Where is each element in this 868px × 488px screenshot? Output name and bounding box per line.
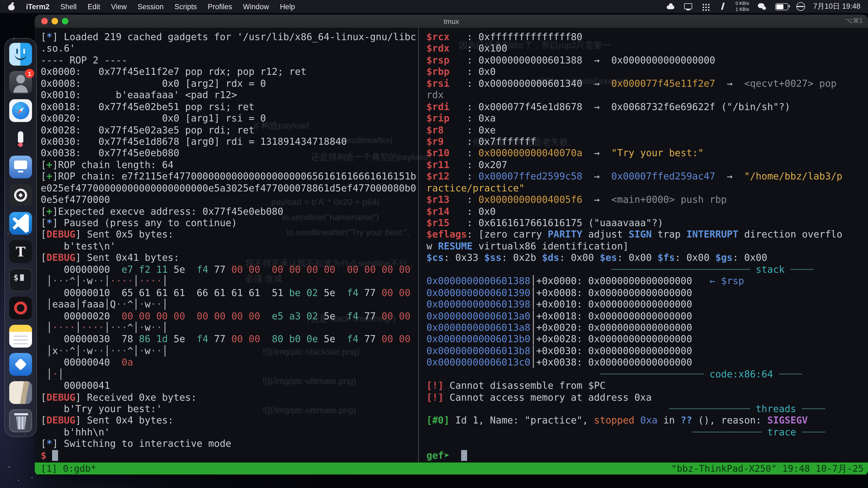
terminal-line: 0x0030: 0x77f45e1d8678 [arg0] rdi = 1318… <box>41 136 419 148</box>
terminal-line: 0x0000: 0x77f45e11f2e7 pop rdx; pop r12;… <box>41 66 419 78</box>
notification-badge: 1 <box>25 69 34 78</box>
traffic-lights <box>41 18 68 24</box>
terminal-line: [+]ROP chain length: 64 <box>41 159 419 171</box>
terminal-line: 00000030 78 86 1d 5e f4 77 00 00 80 b0 0… <box>41 334 419 346</box>
window-bottom-edge <box>35 475 868 476</box>
terminal-line: $r8 : 0xe <box>426 124 855 136</box>
terminal-line: [!] Cannot disassemble from $PC <box>426 380 855 392</box>
terminal-line: 00000020 00 00 00 00 00 00 00 00 e5 a3 0… <box>41 311 419 322</box>
terminal-line: [DEBUG] Sent 0x4 bytes: <box>41 415 419 427</box>
iterm-window: tmux ⌥⌘1 因为已经拿到libc了，所以rop2只需要一all(libc.… <box>35 14 868 476</box>
terminal-line: $eflags: [zero carry PARITY adjust SIGN … <box>426 229 855 241</box>
terminal-line: 0x00000000006013b0│+0x0028: 0x0000000000… <box>426 334 855 346</box>
dock-item-screen-app[interactable] <box>9 156 32 178</box>
dock-item-gray-app[interactable]: 1 <box>9 71 32 94</box>
menu-item-edit[interactable]: Edit <box>88 2 100 10</box>
terminal-line: $r12 : 0x00007ffed2599c58 → 0x00007ffed2… <box>426 171 855 183</box>
dock-item-chatgpt[interactable] <box>9 184 32 206</box>
terminal-line: 00000040 0a <box>41 357 419 369</box>
dock-item-safari[interactable] <box>9 99 32 122</box>
terminal-line: 0x00000000006013c0│+0x0038: 0x0000000000… <box>426 357 855 369</box>
terminal-line: $rsp : 0x0000000000601388 → 0x0000000000… <box>426 55 855 66</box>
terminal-line: 0x0008: 0x0 [arg2] rdx = 0 <box>41 78 419 90</box>
dock-item-music[interactable] <box>9 297 32 319</box>
menu-item-help[interactable]: Help <box>280 2 295 10</box>
terminal-line: gef➤ <box>426 450 855 462</box>
dock-item-terminal[interactable] <box>9 268 32 291</box>
tmux-window-list[interactable]: [1] 0:gdb* <box>35 462 96 475</box>
dock-item-screenshot-preview[interactable] <box>9 381 32 404</box>
window-title-bar[interactable]: tmux ⌥⌘1 <box>35 14 868 28</box>
screen-share-icon <box>9 156 32 178</box>
terminal-line: 0x0020: 0x0 [arg1] rsi = 0 <box>41 113 419 124</box>
dock-item-vscode[interactable] <box>9 212 32 235</box>
network-speed-indicator[interactable]: 0 KB/s1 KB/s <box>736 1 749 12</box>
minimize-button[interactable] <box>52 18 58 24</box>
globe-icon[interactable] <box>796 2 805 11</box>
terminal-line: [DEBUG] Sent 0x41 bytes: <box>41 252 419 264</box>
dock-item-finder[interactable] <box>9 43 32 66</box>
menu-item-scripts[interactable]: Scripts <box>175 2 197 10</box>
dock-item-typora[interactable] <box>9 240 32 263</box>
notes-icon <box>9 325 32 348</box>
dock-item-blue-app[interactable] <box>9 353 32 376</box>
terminal-line: 0x00000000006013b8│+0x0030: 0x0000000000… <box>426 346 855 357</box>
menu-item-window[interactable]: Window <box>243 2 269 10</box>
rocket-icon <box>9 127 32 150</box>
window-shortcut-hint: ⌥⌘1 <box>846 17 863 24</box>
vscode-icon <box>9 212 32 235</box>
terminal-line: $r11 : 0x207 <box>426 159 855 171</box>
menu-item-profiles[interactable]: Profiles <box>208 2 232 10</box>
terminal-line: │·│ <box>41 368 419 380</box>
typora-icon <box>9 240 32 263</box>
terminal-line: $rsi : 0x0000000000601340 → 0x000077f45e… <box>426 78 855 90</box>
window-title: tmux <box>35 17 868 25</box>
terminal-line: ────────────── threads ──── <box>426 403 855 415</box>
terminal-line: $r14 : 0x0 <box>426 206 855 218</box>
net-down: 1 KB/s <box>736 6 749 12</box>
terminal-line: [#0] Id 1, Name: "practice", stopped 0xa… <box>426 415 855 427</box>
menu-item-shell[interactable]: Shell <box>61 2 77 10</box>
terminal-line: $cs: 0x33 $ss: 0x2b $ds: 0x00 $es: 0x00 … <box>426 252 855 264</box>
terminal-line: [DEBUG] Sent 0x5 bytes: <box>41 229 419 241</box>
menu-item-iterm2[interactable]: iTerm2 <box>26 2 50 10</box>
terminal-line: [!] Cannot access memory at address 0xa <box>426 392 855 403</box>
terminal-line: ──────────────────────── stack ──── <box>426 264 855 276</box>
terminal-line: b'test\n' <box>41 241 419 252</box>
terminal-line: [*] Loaded 219 cached gadgets for '/usr/… <box>41 31 419 43</box>
menu-item-view[interactable]: View <box>111 2 127 10</box>
tmux-pane-pwntools[interactable]: [*] Loaded 219 cached gadgets for '/usr/… <box>41 31 419 462</box>
chat-icon[interactable] <box>757 2 767 11</box>
terminal-line: rdx <box>426 90 855 101</box>
cloud-icon[interactable] <box>665 2 675 11</box>
menu-item-session[interactable]: Session <box>137 2 163 10</box>
bolt-icon[interactable] <box>718 2 727 11</box>
terminal-line: .so.6' <box>41 43 419 55</box>
battery-icon[interactable] <box>775 3 788 10</box>
terminal-line: [+]ROP chain: e7f2115ef47700000000000000… <box>41 171 419 183</box>
display-icon[interactable] <box>684 2 693 11</box>
terminal-line: 0x0018: 0x77f45e02be51 pop rsi; ret <box>41 101 419 113</box>
tmux-pane-divider[interactable] <box>418 28 419 462</box>
menu-bar-status: 0 KB/s1 KB/s 7月10日 19:48 <box>665 1 868 12</box>
grid-icon[interactable] <box>702 2 710 10</box>
terminal-line: b'Try your best:' <box>41 403 419 415</box>
terminal-line: $rip : 0xa <box>426 113 855 124</box>
terminal-line: │····│····│···^│·w··│ <box>41 322 419 334</box>
terminal-area: 因为已经拿到libc了，所以rop2只需要一all(libc.symbols['… <box>35 28 868 462</box>
apple-menu-icon[interactable] <box>8 2 15 11</box>
terminal-line: $r15 : 0x6161617661616175 ("uaaavaaa"?) <box>426 218 855 229</box>
menu-bar-clock[interactable]: 7月10日 19:48 <box>813 2 860 11</box>
terminal-line: e025ef47700000000000000000000e5a3025ef47… <box>41 183 419 194</box>
blue-app-icon <box>9 353 32 376</box>
zoom-button[interactable] <box>62 18 68 24</box>
dock-item-notes[interactable] <box>9 325 32 348</box>
menu-bar: iTerm2 Shell Edit View Session Scripts P… <box>0 0 868 13</box>
dock-item-trash[interactable] <box>9 410 32 432</box>
dock: 1 <box>4 38 37 437</box>
terminal-line: │···^│·w··│····│····│ <box>41 275 419 287</box>
dock-item-rocket-app[interactable] <box>9 127 32 150</box>
tmux-pane-gdb-gef[interactable]: $rcx : 0xffffffffffffff80$rdx : 0x100$rs… <box>426 31 855 462</box>
close-button[interactable] <box>41 18 48 24</box>
terminal-line: 0x0000000000601388│+0x0000: 0x0000000000… <box>426 275 855 287</box>
